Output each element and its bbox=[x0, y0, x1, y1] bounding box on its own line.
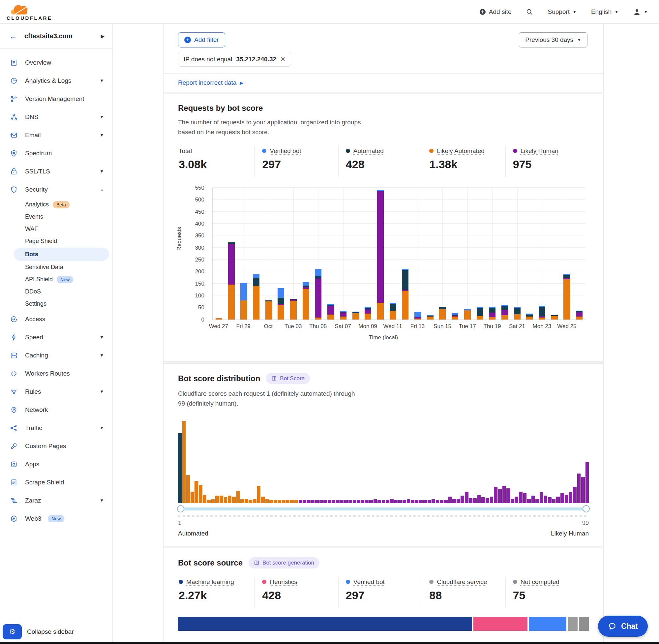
settings-gear-button[interactable]: ⚙ bbox=[3, 624, 22, 639]
sidebar-item-caching[interactable]: Caching▼ bbox=[0, 346, 112, 364]
slider-handle-max[interactable] bbox=[583, 505, 590, 512]
remove-filter-icon[interactable]: ✕ bbox=[280, 55, 285, 63]
sidebar-item-apps[interactable]: Apps bbox=[0, 455, 112, 473]
histogram-bar-score-39 bbox=[336, 500, 339, 503]
site-name: cftestsite3.com bbox=[24, 32, 93, 40]
stacked-bar-day-6 bbox=[290, 299, 297, 320]
sidebar-item-speed[interactable]: Speed▼ bbox=[0, 328, 112, 346]
date-range-dropdown[interactable]: Previous 30 days ▼ bbox=[519, 32, 587, 47]
slider-handle-min[interactable] bbox=[177, 505, 184, 512]
requests-time-series-chart[interactable]: Requests 0501001502002503003504004505005… bbox=[178, 188, 589, 353]
histogram-bar-score-40 bbox=[340, 500, 344, 503]
account-menu[interactable]: ▼ bbox=[633, 8, 648, 16]
stat-value: 88 bbox=[429, 589, 505, 602]
sidebar-item-security[interactable]: Security▲ bbox=[0, 180, 112, 199]
sidebar-item-dns[interactable]: DNS▼ bbox=[0, 108, 112, 126]
stat-value: 2.27k bbox=[179, 589, 255, 602]
sidebar-item-custom-pages[interactable]: Custom Pages bbox=[0, 437, 112, 455]
site-selector[interactable]: ← cftestsite3.com ▶ bbox=[0, 24, 112, 49]
stacked-bar-day-21 bbox=[477, 307, 483, 320]
language-menu[interactable]: English ▼ bbox=[591, 8, 618, 16]
sidebar-item-email[interactable]: Email▼ bbox=[0, 126, 112, 144]
sidebar-item-spectrum[interactable]: Spectrum bbox=[0, 144, 112, 162]
new-badge: New bbox=[57, 276, 73, 283]
sidebar-subitem-ddos[interactable]: DDoS bbox=[0, 285, 112, 298]
sidebar-item-access[interactable]: Access bbox=[0, 310, 112, 328]
stat-label[interactable]: Likely Automated bbox=[437, 147, 485, 155]
sidebar-subitem-events[interactable]: Events bbox=[0, 211, 112, 223]
filter-chip[interactable]: IP does not equal 35.212.240.32 ✕ bbox=[178, 52, 291, 67]
sidebar-item-zaraz[interactable]: Zaraz▼ bbox=[0, 491, 112, 509]
sidebar-item-network[interactable]: Network bbox=[0, 401, 112, 419]
stat-label[interactable]: Cloudflare service bbox=[437, 578, 487, 585]
histogram-bar-score-67 bbox=[452, 499, 456, 503]
user-icon bbox=[633, 8, 641, 16]
overview-icon bbox=[10, 59, 19, 67]
bot-score-distribution-card: Bot score distribution Bot Score Cloudfl… bbox=[164, 364, 603, 546]
sidebar-subitem-sensitive-data[interactable]: Sensitive Data bbox=[0, 261, 112, 273]
stat-label[interactable]: Verified bot bbox=[270, 147, 301, 155]
slider-track[interactable] bbox=[179, 507, 588, 510]
chevron-down-icon: ▼ bbox=[99, 114, 104, 119]
gear-icon: ⚙ bbox=[9, 627, 16, 636]
histogram-bar-score-26 bbox=[282, 500, 285, 503]
sidebar-subitem-api-shield[interactable]: API ShieldNew bbox=[0, 273, 112, 285]
search-button[interactable] bbox=[526, 8, 533, 16]
stacked-bar-day-13 bbox=[377, 190, 384, 320]
add-filter-button[interactable]: + Add filter bbox=[178, 32, 225, 47]
histogram-bar-score-46 bbox=[365, 500, 369, 503]
stat-label[interactable]: Automated bbox=[353, 147, 384, 155]
sidebar-item-version-management[interactable]: Version Management bbox=[0, 90, 112, 108]
bot-score-docs-badge[interactable]: Bot Score bbox=[266, 373, 310, 384]
sidebar-subitem-page-shield[interactable]: Page Shield bbox=[0, 235, 112, 247]
bot-score-generation-badge[interactable]: Bot score generation bbox=[249, 557, 320, 569]
sidebar-subitem-analytics[interactable]: AnalyticsBeta bbox=[0, 199, 112, 211]
add-site-button[interactable]: Add site bbox=[479, 8, 512, 16]
histogram-bar-score-19 bbox=[253, 499, 257, 503]
legend-dot bbox=[262, 580, 266, 584]
stat-label[interactable]: Machine learning bbox=[186, 578, 234, 585]
x-tick: Mon 09 bbox=[358, 323, 377, 330]
histogram-bar-score-73 bbox=[477, 495, 481, 503]
sidebar-subitem-waf[interactable]: WAF bbox=[0, 223, 112, 235]
stat-label[interactable]: Not computed bbox=[521, 578, 560, 585]
top-header: CLOUDFLARE Add site Support ▼ English ▼ bbox=[0, 0, 659, 24]
bot-score-histogram[interactable] bbox=[178, 420, 589, 503]
stacked-bar-day-7 bbox=[303, 282, 309, 320]
support-menu[interactable]: Support ▼ bbox=[547, 8, 576, 16]
chat-button[interactable]: Chat bbox=[598, 616, 648, 637]
collapse-sidebar-button[interactable]: Collapse sidebar bbox=[27, 628, 74, 636]
histogram-bar-score-5 bbox=[194, 481, 198, 503]
back-arrow-icon[interactable]: ← bbox=[9, 32, 17, 41]
histogram-bar-score-17 bbox=[244, 499, 248, 503]
stacked-bar-day-16 bbox=[415, 312, 421, 320]
sidebar-item-analytics-logs[interactable]: Analytics & Logs▼ bbox=[0, 72, 112, 90]
stat-label[interactable]: Likely Human bbox=[521, 147, 559, 155]
sidebar: ← cftestsite3.com ▶ OverviewAnalytics & … bbox=[0, 24, 113, 644]
sidebar-item-ssl-tls[interactable]: SSL/TLS▼ bbox=[0, 162, 112, 180]
sidebar-subitem-bots[interactable]: Bots bbox=[14, 248, 109, 261]
histogram-bar-score-43 bbox=[353, 500, 356, 503]
sidebar-item-traffic[interactable]: Traffic▼ bbox=[0, 419, 112, 437]
sidebar-item-workers-routes[interactable]: Workers Routes bbox=[0, 364, 112, 383]
x-tick: Thu 19 bbox=[484, 323, 501, 330]
chevron-down-icon: ▼ bbox=[99, 133, 104, 138]
histogram-bar-score-32 bbox=[307, 500, 310, 503]
histogram-bar-score-56 bbox=[407, 499, 410, 503]
report-incorrect-data-link[interactable]: Report incorrect data ▶ bbox=[178, 79, 243, 86]
sidebar-item-rules[interactable]: Rules▼ bbox=[0, 383, 112, 401]
stacked-bar-day-26 bbox=[539, 306, 545, 320]
source-stacked-bar[interactable] bbox=[178, 617, 589, 631]
stat-label[interactable]: Heuristics bbox=[270, 578, 297, 585]
sidebar-item-overview[interactable]: Overview bbox=[0, 53, 112, 72]
sidebar-item-web3[interactable]: Web3New bbox=[0, 509, 112, 528]
stacked-bar-day-22 bbox=[489, 307, 495, 320]
histogram-bar-score-30 bbox=[299, 500, 302, 503]
chevron-right-icon: ▶ bbox=[100, 33, 104, 39]
stat-label[interactable]: Verified bot bbox=[353, 578, 385, 585]
sidebar-subitem-settings[interactable]: Settings bbox=[0, 298, 112, 310]
histogram-bar-score-65 bbox=[444, 500, 448, 503]
slider-min-value: 1 bbox=[178, 520, 208, 527]
search-icon bbox=[526, 8, 533, 16]
sidebar-item-scrape-shield[interactable]: Scrape Shield bbox=[0, 473, 112, 491]
